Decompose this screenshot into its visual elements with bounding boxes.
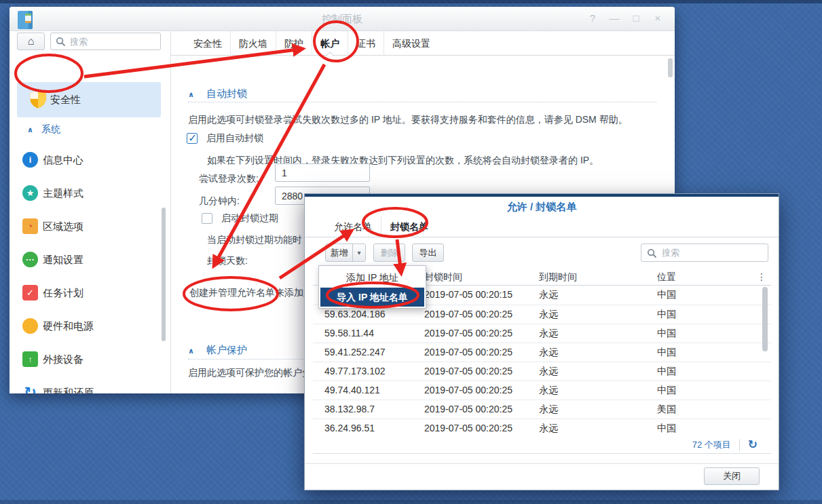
add-dropdown-arrow[interactable]: ▾	[352, 244, 366, 262]
cell-expires: 永远	[529, 362, 648, 381]
sidebar-search[interactable]	[50, 33, 161, 50]
sidebar-item-label: 安全性	[50, 94, 81, 106]
power-bulb-icon	[22, 318, 38, 334]
sidebar-scrollbar[interactable]	[162, 208, 166, 341]
cell-blocked-time: 2019-07-05 00:20:15	[415, 286, 529, 305]
delete-button[interactable]: 删除	[373, 244, 405, 262]
table-row[interactable]: 36.24.96.51 2019-07-05 00:20:25 永远 中国	[313, 419, 771, 435]
table-row[interactable]: 38.132.98.7 2019-07-05 00:20:25 永远 美国	[313, 400, 771, 419]
cell-location: 美国	[648, 400, 752, 419]
auto-block-section-header[interactable]: ∧ 自动封锁	[188, 88, 247, 100]
cell-blocked-time: 2019-07-05 00:20:25	[415, 324, 529, 343]
cell-expires: 永远	[529, 400, 648, 419]
settings-tab[interactable]: 防火墙	[230, 31, 276, 56]
search-icon	[647, 248, 657, 258]
sidebar-item[interactable]: 硬件和电源	[10, 309, 171, 343]
update-restore-icon: ↻	[22, 385, 38, 393]
help-icon[interactable]: ?	[586, 12, 599, 24]
block-days-label: 封锁天数:	[207, 255, 248, 267]
table-row[interactable]: 59.58.11.44 2019-07-05 00:20:25 永远 中国	[313, 324, 771, 343]
cell-expires: 永远	[529, 286, 648, 305]
cell-blocked-time: 2019-07-05 00:20:25	[415, 362, 529, 381]
sidebar-item[interactable]: ◔ 区域选项	[10, 210, 171, 243]
notification-bubble-icon: ···	[22, 252, 38, 267]
enable-block-expiration-label: 启动封锁过期	[221, 212, 278, 225]
refresh-icon[interactable]: ↻	[748, 439, 758, 450]
attempts-input[interactable]	[275, 163, 370, 182]
sidebar-item[interactable]: ★ 主题样式	[10, 176, 171, 210]
column-header-expires[interactable]: 到期时间	[529, 269, 648, 285]
settings-tabbar: 安全性 防火墙 防护 帐户 证书	[171, 31, 675, 56]
dialog-tab[interactable]: 允许名单	[325, 216, 381, 237]
dialog-close-button[interactable]: 关闭	[704, 467, 760, 485]
column-header-blocked-time[interactable]: 封锁时间	[415, 269, 529, 285]
search-input[interactable]	[70, 34, 157, 49]
sidebar-item[interactable]: ✓ 任务计划	[10, 276, 171, 309]
divider	[305, 463, 779, 464]
settings-tab[interactable]: 高级设置	[384, 31, 438, 56]
table-row[interactable]: 49.77.173.102 2019-07-05 00:20:25 永远 中国	[313, 362, 771, 381]
minimize-icon[interactable]: —	[608, 12, 620, 24]
cell-location: 中国	[648, 343, 752, 362]
sidebar-item-label: 主题样式	[43, 187, 83, 200]
table-footer: 72 个项目 ↻	[313, 436, 771, 454]
table-row[interactable]: 59.41.252.247 2019-07-05 00:20:25 永远 中国	[313, 343, 771, 362]
close-icon[interactable]: ×	[652, 12, 664, 24]
cell-ip: 38.132.98.7	[313, 400, 415, 419]
sidebar-item[interactable]: ↑ 外接设备	[10, 343, 171, 376]
add-button[interactable]: 新增	[325, 244, 353, 262]
table-scrollbar[interactable]	[762, 287, 768, 351]
export-button[interactable]: 导出	[412, 244, 444, 262]
window-title: 控制面板	[10, 13, 675, 26]
cell-ip: 49.77.173.102	[313, 362, 415, 381]
cell-blocked-time: 2019-07-05 00:20:25	[415, 419, 529, 435]
settings-tab[interactable]: 安全性	[185, 31, 230, 56]
cell-ip: 59.41.252.247	[313, 343, 415, 362]
titlebar[interactable]: 控制面板 ? — □ ×	[10, 7, 675, 31]
settings-tab[interactable]: 证书	[348, 31, 384, 56]
content-scrollbar[interactable]	[668, 58, 673, 77]
security-shield-icon	[29, 90, 48, 110]
column-menu-icon[interactable]: ⋮	[752, 269, 771, 285]
sidebar-item-security[interactable]: 安全性	[17, 82, 161, 117]
settings-tab[interactable]: 防护	[276, 31, 312, 56]
top-edge-strip	[0, 0, 822, 3]
cell-expires: 永远	[529, 343, 648, 362]
settings-tab[interactable]: 帐户	[312, 31, 348, 56]
dialog-toolbar: 新增 ▾ 删除 导出	[305, 244, 779, 262]
sidebar-item-label: 通知设置	[43, 254, 83, 267]
home-button[interactable]: ⌂	[17, 33, 45, 50]
dialog-search[interactable]	[641, 244, 768, 262]
column-header-location[interactable]: 位置	[648, 269, 752, 285]
auto-block-description: 启用此选项可封锁登录尝试失败次数过多的 IP 地址。要获得支持服务和套件的信息，…	[188, 114, 663, 126]
enable-auto-block-label: 启用自动封锁	[206, 132, 263, 144]
account-protection-section-header[interactable]: ∧ 帐户保护	[188, 344, 247, 357]
menu-item[interactable]: 添加 IP 地址	[320, 267, 424, 288]
cell-ip: 49.74.40.121	[313, 381, 415, 400]
menu-item[interactable]: 导入 IP 地址名单	[320, 288, 424, 307]
sidebar-item-label: 硬件和电源	[43, 320, 94, 333]
cell-blocked-time: 2019-07-05 00:20:25	[415, 400, 529, 419]
dialog-search-input[interactable]	[662, 245, 764, 260]
maximize-icon[interactable]: □	[630, 12, 642, 24]
cell-ip: 59.58.11.44	[313, 324, 415, 343]
home-icon: ⌂	[28, 35, 35, 47]
enable-block-expiration-checkbox[interactable]	[202, 213, 212, 224]
sidebar-item[interactable]: ··· 通知设置	[10, 243, 171, 276]
sidebar-item[interactable]: i 信息中心	[10, 143, 171, 176]
sidebar-section-system[interactable]: ∧系统	[27, 123, 60, 136]
enable-auto-block-checkbox[interactable]	[187, 133, 198, 144]
cell-expires: 永远	[529, 381, 648, 400]
sidebar-item[interactable]: ↻ 更新和还原	[10, 376, 171, 393]
sidebar-item-label: 任务计划	[43, 287, 83, 300]
search-icon	[56, 37, 66, 47]
chevron-up-icon: ∧	[27, 125, 33, 134]
dialog-tab[interactable]: 封锁名单	[381, 216, 437, 237]
task-calendar-icon: ✓	[22, 285, 38, 301]
dialog-tabbar: 允许名单 封锁名单	[305, 216, 779, 237]
auto-block-rule-text: 如果在下列设置时间内，登录失败次数达到下列设置的次数，系统将会自动封锁登录者的 …	[207, 155, 655, 167]
chevron-up-icon: ∧	[188, 347, 194, 355]
cell-expires: 永远	[529, 305, 648, 324]
table-row[interactable]: 49.74.40.121 2019-07-05 00:20:25 永远 中国	[313, 381, 771, 400]
cell-location: 中国	[648, 419, 752, 435]
